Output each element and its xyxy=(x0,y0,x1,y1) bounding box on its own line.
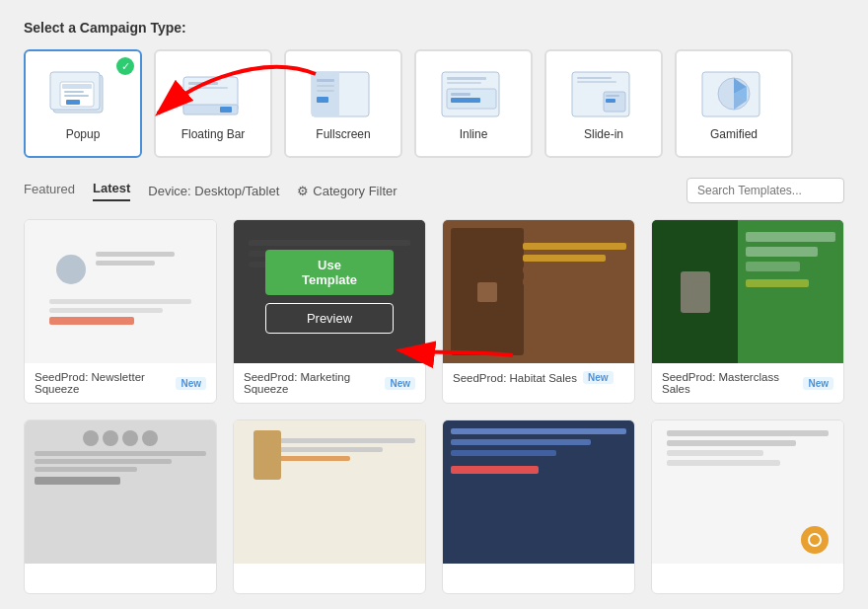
template-footer-bottom4 xyxy=(652,564,843,593)
template-preview-bottom2 xyxy=(234,420,425,564)
template-name-habitat: SeedProd: Habitat Sales xyxy=(453,372,577,384)
gamified-label: Gamified xyxy=(710,127,758,141)
badge-new-masterclass: New xyxy=(803,377,833,390)
svg-rect-20 xyxy=(447,82,481,84)
selected-check-icon: ✓ xyxy=(116,57,134,75)
svg-rect-28 xyxy=(606,95,619,97)
campaign-types-row: ✓ Popup xyxy=(24,49,844,158)
badge-new-marketing: New xyxy=(385,377,415,390)
section-title: Select a Campaign Type: xyxy=(24,20,844,36)
badge-new-habitat: New xyxy=(583,371,614,384)
campaign-type-slide-in[interactable]: Slide-in xyxy=(544,49,663,158)
template-name-newsletter: SeedProd: Newsletter Squeeze xyxy=(35,371,170,395)
template-card-newsletter[interactable]: SeedProd: Newsletter Squeeze New xyxy=(24,219,217,404)
svg-rect-5 xyxy=(64,95,89,97)
svg-rect-25 xyxy=(577,77,612,79)
svg-rect-3 xyxy=(62,84,92,89)
template-preview-newsletter xyxy=(25,220,216,363)
device-filter[interactable]: Device: Desktop/Tablet xyxy=(148,184,279,198)
campaign-type-popup[interactable]: ✓ Popup xyxy=(24,49,142,158)
inline-label: Inline xyxy=(460,127,488,141)
fullscreen-label: Fullscreen xyxy=(316,127,370,141)
campaign-type-fullscreen[interactable]: Fullscreen xyxy=(284,49,402,158)
gamified-icon xyxy=(699,67,768,121)
slide-in-label: Slide-in xyxy=(584,127,623,141)
svg-rect-19 xyxy=(447,77,486,80)
template-card-bottom1[interactable] xyxy=(24,419,217,594)
template-preview-marketing: Use Template Preview xyxy=(234,220,425,363)
tab-featured[interactable]: Featured xyxy=(24,182,75,200)
filter-tabs: Featured Latest Device: Desktop/Tablet ⚙… xyxy=(24,181,398,201)
floating-bar-icon xyxy=(179,67,248,121)
badge-new-newsletter: New xyxy=(176,377,206,390)
svg-rect-10 xyxy=(188,87,228,89)
campaign-type-inline[interactable]: Inline xyxy=(414,49,533,158)
template-preview-bottom4 xyxy=(652,420,843,564)
svg-rect-11 xyxy=(220,107,232,113)
use-template-button[interactable]: Use Template xyxy=(265,250,394,295)
template-footer-bottom2 xyxy=(234,564,425,593)
template-preview-habitat xyxy=(443,220,634,363)
svg-rect-16 xyxy=(317,90,334,92)
svg-rect-23 xyxy=(451,98,480,103)
svg-rect-14 xyxy=(317,79,334,82)
svg-rect-9 xyxy=(188,82,218,85)
template-card-bottom4[interactable] xyxy=(651,419,844,594)
template-card-masterclass[interactable]: SeedProd: Masterclass Sales New xyxy=(651,219,844,404)
template-preview-masterclass xyxy=(652,220,843,363)
popup-icon xyxy=(48,67,117,121)
svg-rect-29 xyxy=(606,99,615,103)
svg-rect-17 xyxy=(317,97,328,103)
svg-rect-13 xyxy=(312,72,339,116)
svg-rect-26 xyxy=(577,81,616,83)
template-footer-masterclass: SeedProd: Masterclass Sales New xyxy=(652,363,843,403)
template-footer-newsletter: SeedProd: Newsletter Squeeze New xyxy=(25,363,216,403)
template-card-bottom3[interactable] xyxy=(442,419,635,594)
template-grid: SeedProd: Newsletter Squeeze New xyxy=(24,219,844,404)
template-preview-bottom3 xyxy=(443,420,634,564)
template-footer-habitat: SeedProd: Habitat Sales New xyxy=(443,363,634,392)
campaign-type-floating-bar[interactable]: Floating Bar xyxy=(154,49,272,158)
category-filter[interactable]: ⚙ Category Filter xyxy=(297,184,397,198)
template-footer-bottom1 xyxy=(25,564,216,593)
popup-label: Popup xyxy=(66,127,101,141)
template-footer-bottom3 xyxy=(443,564,634,593)
template-overlay-marketing: Use Template Preview xyxy=(234,220,425,363)
campaign-type-gamified[interactable]: Gamified xyxy=(675,49,793,158)
search-input[interactable] xyxy=(687,178,844,203)
template-card-habitat[interactable]: SeedProd: Habitat Sales New xyxy=(442,219,635,404)
template-name-marketing: SeedProd: Marketing Squeeze xyxy=(244,371,379,395)
template-card-marketing[interactable]: Use Template Preview SeedProd: Marketing… xyxy=(233,219,426,404)
filter-bar: Featured Latest Device: Desktop/Tablet ⚙… xyxy=(24,178,844,203)
svg-rect-22 xyxy=(451,93,470,96)
svg-rect-15 xyxy=(317,85,334,87)
tab-latest[interactable]: Latest xyxy=(93,181,130,201)
floating-bar-label: Floating Bar xyxy=(181,127,246,141)
template-footer-marketing: SeedProd: Marketing Squeeze New xyxy=(234,363,425,403)
template-name-masterclass: SeedProd: Masterclass Sales xyxy=(662,371,797,395)
template-preview-bottom1 xyxy=(25,420,216,564)
slide-in-icon xyxy=(569,67,638,121)
svg-rect-4 xyxy=(64,91,84,93)
inline-icon xyxy=(439,67,508,121)
gear-icon: ⚙ xyxy=(297,184,309,198)
template-grid-row2 xyxy=(24,419,844,594)
fullscreen-icon xyxy=(309,67,378,121)
preview-button[interactable]: Preview xyxy=(265,303,394,334)
svg-rect-6 xyxy=(66,100,80,105)
template-card-bottom2[interactable] xyxy=(233,419,426,594)
